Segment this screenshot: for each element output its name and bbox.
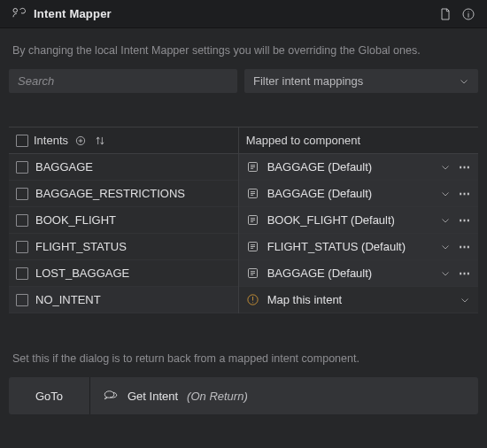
row-checkbox[interactable]	[16, 294, 28, 306]
sort-icon[interactable]	[93, 134, 107, 148]
filter-dropdown[interactable]: Filter intent mappings	[244, 69, 478, 93]
search-input[interactable]	[9, 69, 237, 93]
filter-label: Filter intent mappings	[253, 74, 363, 88]
get-intent-label: Get Intent	[128, 390, 178, 403]
row-checkbox[interactable]	[16, 188, 28, 200]
more-icon[interactable]: ⋯	[459, 187, 471, 200]
add-intent-icon[interactable]	[73, 134, 88, 148]
mapped-header-label: Mapped to component	[246, 134, 360, 147]
more-icon[interactable]: ⋯	[459, 240, 471, 253]
chevron-down-icon[interactable]	[439, 188, 452, 200]
mapping-label: Map this intent	[267, 293, 452, 306]
mapping-row-unmapped[interactable]: Map this intent	[239, 287, 478, 313]
component-icon	[246, 240, 260, 254]
page-title: Intent Mapper	[34, 7, 112, 20]
svg-point-0	[13, 9, 18, 13]
row-checkbox[interactable]	[16, 214, 28, 227]
row-checkbox[interactable]	[16, 241, 28, 253]
chevron-down-icon[interactable]	[439, 214, 452, 227]
component-icon	[246, 187, 260, 201]
intent-label: FLIGHT_STATUS	[35, 240, 231, 253]
mapping-label: BAGGAGE (Default)	[267, 266, 432, 280]
intent-row[interactable]: NO_INTENT	[9, 287, 238, 313]
intent-row[interactable]: BAGGAGE	[9, 154, 238, 181]
get-intent-button[interactable]: Get Intent (On Return)	[90, 377, 478, 414]
return-action-bar: GoTo Get Intent (On Return)	[9, 377, 478, 414]
controls-row: Filter intent mappings	[0, 69, 487, 102]
document-icon[interactable]	[437, 6, 453, 22]
mapping-label: BAGGAGE (Default)	[267, 160, 432, 174]
chat-icon	[103, 388, 119, 404]
component-icon	[246, 160, 260, 174]
goto-label: GoTo	[35, 390, 63, 403]
row-checkbox[interactable]	[16, 267, 28, 280]
chevron-down-icon[interactable]	[439, 161, 452, 174]
intents-column: Intents BAGGAGE BAGGAGE_RESTRICTIONS BOO…	[9, 127, 239, 313]
get-intent-sublabel: (On Return)	[187, 390, 248, 403]
intents-header-label: Intents	[34, 134, 68, 147]
intent-label: NO_INTENT	[35, 293, 231, 306]
info-icon[interactable]	[460, 6, 476, 22]
intents-column-header: Intents	[9, 127, 238, 154]
chevron-down-icon	[459, 76, 469, 87]
intent-row[interactable]: LOST_BAGGAGE	[9, 260, 238, 287]
mapping-row[interactable]: BAGGAGE (Default) ⋯	[239, 154, 478, 181]
intent-mapping-grid: Intents BAGGAGE BAGGAGE_RESTRICTIONS BOO…	[9, 127, 478, 313]
chevron-down-icon[interactable]	[439, 267, 452, 280]
intent-label: BAGGAGE_RESTRICTIONS	[35, 187, 231, 200]
intent-row[interactable]: FLIGHT_STATUS	[9, 234, 238, 260]
mapped-column: Mapped to component BAGGAGE (Default) ⋯ …	[239, 127, 478, 313]
component-icon	[246, 213, 260, 228]
chevron-down-icon[interactable]	[439, 241, 452, 253]
mapping-label: BOOK_FLIGHT (Default)	[267, 213, 432, 227]
more-icon[interactable]: ⋯	[459, 213, 471, 227]
mapping-label: FLIGHT_STATUS (Default)	[267, 240, 432, 253]
mapped-column-header: Mapped to component	[239, 127, 478, 154]
intent-label: BAGGAGE	[35, 160, 231, 174]
intent-row[interactable]: BAGGAGE_RESTRICTIONS	[9, 181, 238, 207]
intent-label: BOOK_FLIGHT	[35, 213, 231, 227]
mapping-row[interactable]: BAGGAGE (Default) ⋯	[239, 260, 478, 287]
chevron-down-icon[interactable]	[459, 294, 471, 306]
intent-label: LOST_BAGGAGE	[35, 266, 231, 280]
footer-note: Set this if the dialog is to return back…	[0, 313, 487, 377]
override-note: By changing the local Intent Mapper sett…	[0, 28, 487, 69]
mapping-row[interactable]: BOOK_FLIGHT (Default) ⋯	[239, 207, 478, 234]
warning-icon	[246, 293, 260, 307]
mapping-row[interactable]: BAGGAGE (Default) ⋯	[239, 181, 478, 207]
component-icon	[246, 266, 260, 281]
row-checkbox[interactable]	[16, 161, 28, 174]
select-all-checkbox[interactable]	[16, 135, 28, 147]
goto-button[interactable]: GoTo	[9, 377, 90, 414]
more-icon[interactable]: ⋯	[459, 266, 471, 280]
intent-row[interactable]: BOOK_FLIGHT	[9, 207, 238, 234]
mapping-row[interactable]: FLIGHT_STATUS (Default) ⋯	[239, 234, 478, 260]
mapping-label: BAGGAGE (Default)	[267, 187, 432, 200]
more-icon[interactable]: ⋯	[459, 160, 471, 174]
header: Intent Mapper	[0, 0, 487, 28]
intent-mapper-icon	[11, 4, 27, 23]
